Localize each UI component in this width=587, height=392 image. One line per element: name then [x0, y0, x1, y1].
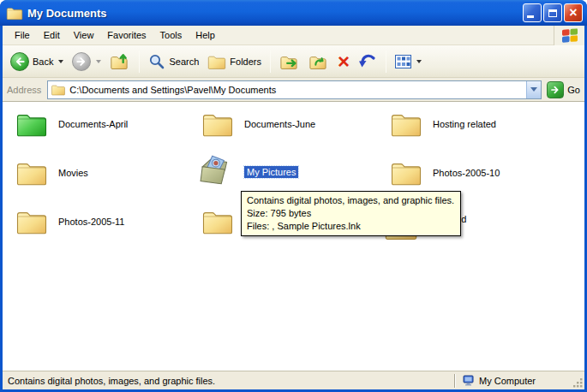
folder-icon [390, 110, 422, 138]
up-icon [110, 51, 130, 72]
toolbar-separator [386, 50, 386, 73]
folder-label[interactable]: Documents-June [244, 119, 315, 129]
window-body: File Edit View Favorites Tools Help [3, 26, 584, 389]
folder-label-selected[interactable]: My Pictures [244, 166, 298, 178]
menu-bar: File Edit View Favorites Tools Help [3, 26, 584, 45]
forward-button[interactable] [68, 50, 105, 74]
back-dropdown-icon [58, 60, 63, 63]
toolbar: Back Search [3, 45, 584, 78]
status-zone: My Computer [479, 376, 536, 386]
address-label: Address [7, 85, 41, 95]
forward-icon [72, 52, 91, 71]
file-list-area: Documents-April Documents-June Hosting r… [3, 102, 584, 371]
go-button[interactable] [547, 81, 564, 98]
folder-item-hidden-label[interactable] [201, 207, 234, 237]
folders-icon [207, 53, 226, 70]
delete-button[interactable]: × [333, 50, 354, 73]
folder-item-documents-june[interactable]: Documents-June [201, 110, 234, 140]
resize-grip[interactable] [572, 377, 584, 389]
go-label: Go [567, 85, 580, 95]
tooltip: Contains digital photos, images, and gra… [241, 191, 461, 236]
status-bar: Contains digital photos, images, and gra… [3, 371, 584, 389]
my-pictures-icon [199, 154, 235, 187]
tooltip-line-size: Size: 795 bytes [247, 207, 455, 220]
folder-item-photos-2005-10[interactable]: Photos-2005-10 [390, 158, 422, 188]
folder-item-my-pictures[interactable]: My Pictures [199, 154, 235, 188]
folder-label[interactable]: Hosting related [433, 119, 496, 129]
undo-button[interactable] [354, 50, 381, 74]
menu-file[interactable]: File [8, 27, 37, 43]
tooltip-line-files: Files: , Sample Pictures.lnk [247, 220, 455, 233]
windows-logo-icon [554, 26, 584, 45]
close-button[interactable]: × [564, 3, 583, 22]
folder-icon [390, 158, 422, 187]
back-icon [10, 52, 29, 71]
copy-to-button[interactable] [304, 50, 333, 74]
folder-icon [201, 207, 234, 235]
folder-label[interactable]: Movies [58, 168, 88, 178]
folders-button[interactable]: Folders [203, 50, 266, 73]
menu-edit[interactable]: Edit [37, 27, 67, 43]
folder-item-documents-april[interactable]: Documents-April [15, 110, 48, 140]
copy-to-icon [308, 52, 329, 71]
address-dropdown-button[interactable] [526, 81, 541, 98]
toolbar-separator [139, 50, 140, 73]
window-controls: × [523, 3, 583, 22]
close-icon: × [569, 6, 577, 20]
folder-label[interactable]: Photos-2005-10 [433, 168, 500, 178]
folder-item-photos-2005-11[interactable]: Photos-2005-11 [15, 207, 48, 237]
green-folder-icon [15, 110, 48, 138]
address-combo[interactable]: C:\Documents and Settings\Pavel\My Docum… [47, 80, 542, 99]
views-icon [395, 55, 411, 68]
maximize-button[interactable] [543, 3, 562, 22]
status-description: Contains digital photos, images, and gra… [3, 376, 454, 386]
minimize-icon [527, 15, 534, 18]
folder-icon [15, 207, 48, 235]
menu-favorites[interactable]: Favorites [100, 27, 153, 43]
views-button[interactable] [391, 52, 426, 71]
title-bar[interactable]: My Documents × [0, 0, 587, 26]
toolbar-separator [270, 50, 271, 73]
undo-icon [358, 52, 377, 71]
maximize-icon [548, 9, 557, 17]
folder-icon [201, 110, 234, 138]
search-icon [148, 53, 165, 70]
search-label: Search [169, 56, 199, 67]
window-title: My Documents [27, 7, 523, 20]
chevron-down-icon [530, 87, 537, 92]
window-folder-icon [6, 5, 23, 21]
move-to-button[interactable] [275, 50, 304, 74]
folder-label[interactable]: Documents-April [58, 119, 128, 129]
tooltip-line-description: Contains digital photos, images, and gra… [247, 194, 455, 207]
address-bar: Address C:\Documents and Settings\Pavel\… [3, 78, 584, 102]
back-button[interactable]: Back [6, 50, 68, 74]
folder-icon [15, 158, 48, 187]
back-label: Back [33, 56, 53, 67]
search-button[interactable]: Search [144, 50, 203, 73]
move-to-icon [279, 52, 300, 71]
folder-item-hosting-related[interactable]: Hosting related [390, 110, 422, 140]
forward-dropdown-icon [96, 60, 101, 63]
delete-icon: × [338, 53, 350, 70]
address-input[interactable]: C:\Documents and Settings\Pavel\My Docum… [66, 85, 526, 95]
explorer-window: My Documents × File Edit View Favorites … [0, 0, 587, 392]
go-arrow-icon [550, 85, 560, 95]
folder-label[interactable]: Photos-2005-11 [58, 217, 124, 227]
folder-item-movies[interactable]: Movies [15, 158, 48, 188]
up-button[interactable] [105, 49, 135, 74]
menu-tools[interactable]: Tools [153, 27, 189, 43]
folders-label: Folders [230, 56, 261, 67]
my-computer-icon [463, 375, 475, 386]
address-folder-icon [51, 83, 66, 96]
minimize-button[interactable] [523, 3, 542, 22]
menu-help[interactable]: Help [189, 27, 222, 43]
menu-view[interactable]: View [67, 27, 101, 43]
views-dropdown-icon [416, 60, 422, 63]
